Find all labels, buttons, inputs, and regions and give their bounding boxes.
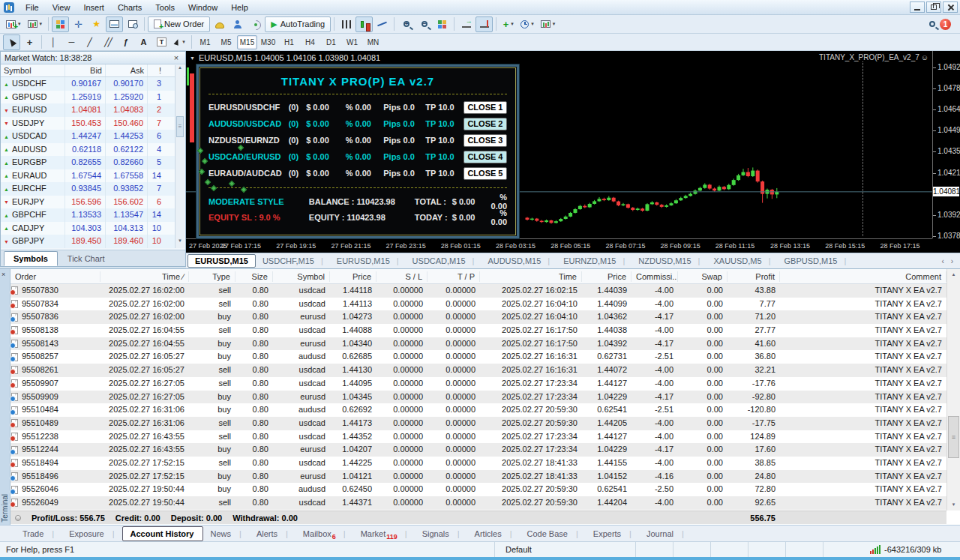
menu-item[interactable]: Charts	[111, 1, 148, 14]
market-watch-row[interactable]: EURCHF 0.93845 0.93852 7	[1, 182, 176, 196]
timeframe-button[interactable]: M30	[258, 35, 278, 49]
zoom-out-button[interactable]: −	[416, 16, 433, 32]
new-order-button[interactable]: +New Order	[148, 16, 210, 32]
scroll-down-icon[interactable]: ▼	[176, 238, 184, 248]
arrows-button[interactable]: ▾	[171, 34, 188, 50]
notification-badge[interactable]: 1	[940, 19, 951, 30]
navigator-button[interactable]: ★	[88, 16, 105, 32]
templates-button[interactable]: ▾	[538, 16, 559, 32]
terminal-tab[interactable]: Market119	[353, 527, 415, 541]
column-swap[interactable]: Swap	[678, 271, 728, 282]
minimize-button[interactable]	[910, 1, 925, 13]
ea-close-button[interactable]: CLOSE 4	[464, 151, 507, 163]
zoom-in-button[interactable]: +	[398, 16, 415, 32]
order-row[interactable]: 95510484 2025.02.27 16:31:06 buy 0.80 au…	[10, 403, 946, 417]
ea-close-button[interactable]: CLOSE 3	[464, 134, 507, 147]
market-watch-row[interactable]: GBPJPY 189.450 189.460 10	[1, 235, 176, 248]
ea-smiley-icon[interactable]: ☺	[921, 53, 928, 61]
horizontal-line-button[interactable]: ─	[63, 34, 80, 50]
chart-tab[interactable]: EURUSD,M15	[188, 254, 256, 268]
column-take-profit[interactable]: T / P	[428, 271, 480, 282]
terminal-tab[interactable]: Mailbox6	[296, 527, 353, 541]
order-row[interactable]: 95510489 2025.02.27 16:31:06 sell 0.80 u…	[10, 417, 946, 430]
timeframe-button[interactable]: W1	[342, 35, 362, 49]
column-symbol[interactable]: Symbol	[1, 64, 65, 76]
channel-button[interactable]: ╱╱	[99, 34, 116, 50]
market-watch-row[interactable]: EURAUD 1.67544 1.67558 14	[1, 169, 176, 183]
new-chart-button[interactable]: +▾	[3, 16, 24, 32]
timeframe-button[interactable]: H4	[300, 35, 320, 49]
profiles-button[interactable]: ▾	[25, 16, 46, 32]
chart-tab[interactable]: EURNZD,M15	[556, 255, 632, 267]
order-row[interactable]: 95507834 2025.02.27 16:02:00 sell 0.80 u…	[10, 298, 946, 311]
menu-item[interactable]: File	[19, 1, 46, 14]
column-open-price[interactable]: Price	[330, 271, 376, 282]
menu-item[interactable]: Help	[224, 1, 255, 14]
terminal-tab[interactable]: Journal	[639, 527, 692, 541]
market-watch-row[interactable]: EURJPY 156.596 156.602 6	[1, 196, 176, 209]
market-watch-row[interactable]: EURUSD 1.04081 1.04083 2	[1, 103, 176, 117]
order-row[interactable]: 95512238 2025.02.27 16:43:55 sell 0.80 u…	[10, 430, 946, 444]
chevron-down-icon[interactable]: ▼	[190, 55, 195, 61]
column-order[interactable]: Order	[10, 271, 100, 282]
terminal-toggle-button[interactable]	[106, 16, 123, 32]
chart-tab[interactable]: EURUSD,M15	[330, 255, 406, 267]
timeframe-button[interactable]: D1	[321, 35, 341, 49]
indicators-button[interactable]: +▾	[500, 16, 517, 32]
timeframe-button[interactable]: M15	[237, 35, 257, 49]
scroll-up-icon[interactable]: ▲	[176, 65, 184, 75]
chart-tab[interactable]: NZDUSD,M15	[632, 255, 706, 267]
crosshair-button[interactable]: +	[21, 34, 38, 50]
chart-shift-button[interactable]	[476, 16, 493, 32]
chart-tab[interactable]: AUDUSD,M15	[481, 255, 556, 267]
terminal-tab[interactable]: News	[203, 527, 249, 541]
order-row[interactable]: 95509907 2025.02.27 16:27:05 sell 0.80 u…	[10, 377, 946, 391]
periods-button[interactable]: ▾	[518, 16, 537, 32]
market-watch-row[interactable]: USDCAD 1.44247 1.44253 6	[1, 130, 176, 143]
column-ask[interactable]: Ask	[106, 64, 148, 76]
scroll-up-icon[interactable]: ▲	[947, 269, 960, 280]
text-label-button[interactable]: T	[153, 34, 170, 50]
terminal-scrollbar[interactable]: ▲ ≡ ▼	[946, 269, 960, 511]
line-chart-button[interactable]	[374, 16, 391, 32]
chart-tab-nav-icons[interactable]: ‹ ›	[942, 257, 956, 265]
terminal-tab[interactable]: Signals	[415, 527, 467, 541]
market-watch-row[interactable]: GBPUSD 1.25919 1.25920 1	[1, 91, 176, 104]
market-watch-row[interactable]: AUDUSD 0.62118 0.62122 4	[1, 143, 176, 157]
order-row[interactable]: 95518496 2025.02.27 17:52:15 buy 0.80 eu…	[10, 470, 946, 484]
market-watch-row[interactable]: GBPCHF 1.13533 1.13547 14	[1, 208, 176, 222]
status-profile[interactable]: Default	[495, 542, 636, 557]
market-watch-row[interactable]: CADJPY 104.303 104.313 10	[1, 222, 176, 235]
scroll-down-icon[interactable]: ▼	[947, 499, 960, 511]
close-button[interactable]	[943, 1, 958, 13]
cursor-button[interactable]	[3, 34, 20, 50]
order-row[interactable]: 95508138 2025.02.27 16:04:55 sell 0.80 u…	[10, 324, 946, 337]
trendline-button[interactable]: ╱	[81, 34, 98, 50]
terminal-close-icon[interactable]: ×	[2, 271, 5, 278]
market-watch-row[interactable]: EURGBP 0.82655 0.82660 5	[1, 156, 176, 169]
column-close-time[interactable]: Time	[480, 271, 582, 282]
data-window-button[interactable]: ✛	[70, 16, 87, 32]
column-profit[interactable]: Profit	[728, 271, 780, 282]
order-row[interactable]: 95507830 2025.02.27 16:02:00 sell 0.80 u…	[10, 284, 946, 298]
tile-windows-button[interactable]	[434, 16, 451, 32]
publisher-button[interactable]	[211, 16, 228, 32]
timeframe-button[interactable]: H1	[279, 35, 299, 49]
search-icon[interactable]	[929, 21, 935, 27]
column-spread[interactable]: !	[148, 64, 164, 76]
column-size[interactable]: Size	[236, 271, 273, 282]
order-row[interactable]: 95518494 2025.02.27 17:52:15 sell 0.80 u…	[10, 457, 946, 470]
terminal-tab[interactable]: Experts	[586, 527, 639, 541]
menu-item[interactable]: Tools	[148, 1, 182, 14]
market-watch-row[interactable]: USDJPY 150.453 150.460 7	[1, 117, 176, 130]
column-comment[interactable]: Comment	[780, 271, 946, 282]
chart-tab[interactable]: USDCAD,M15	[406, 255, 482, 267]
scrollbar-thumb[interactable]: ≡	[948, 416, 959, 458]
community-button[interactable]	[229, 16, 246, 32]
column-stop-loss[interactable]: S / L	[376, 271, 428, 282]
chart-tab[interactable]: USDCHF,M15	[256, 255, 330, 267]
order-row[interactable]: 95512244 2025.02.27 16:43:55 buy 0.80 eu…	[10, 443, 946, 457]
terminal-tab[interactable]: Exposure	[62, 527, 122, 541]
candlestick-chart-button[interactable]	[356, 16, 373, 32]
market-watch-toggle-button[interactable]	[52, 16, 69, 32]
